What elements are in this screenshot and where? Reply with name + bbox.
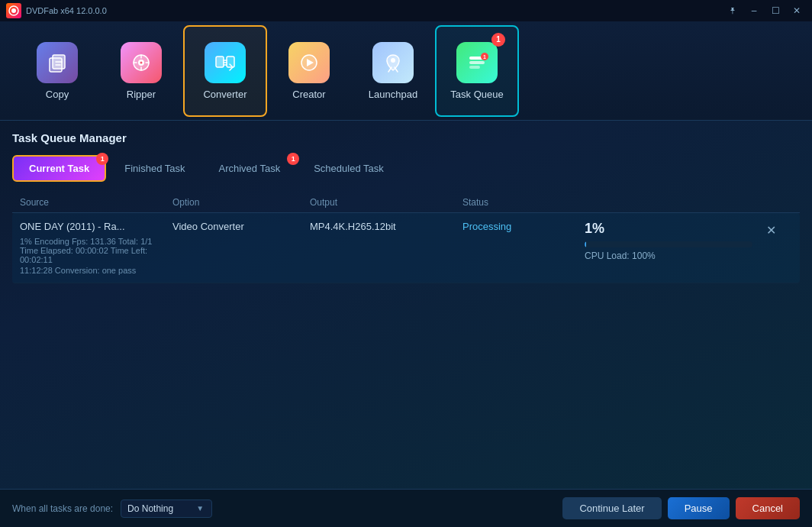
nav-item-ripper[interactable]: Ripper [99,25,183,117]
cell-source: ONE DAY (2011) - Ra... 1% Encoding Fps: … [20,221,172,275]
dropdown-arrow-icon: ▼ [196,504,204,512]
minimize-button[interactable]: – [745,4,763,18]
pin-button[interactable]: 🖈 [723,4,742,18]
cell-status: Processing [462,221,585,232]
nav-item-taskqueue[interactable]: 1 1 Task Queue [435,25,519,117]
nav-item-creator[interactable]: Creator [267,25,351,117]
continue-later-button[interactable]: Continue Later [562,497,661,519]
table-header: Source Option Output Status [12,192,800,213]
nav-label-copy: Copy [46,89,69,100]
progress-percent: 1% [585,221,604,237]
tab-archived-badge: 1 [287,153,299,165]
table-row: ONE DAY (2011) - Ra... 1% Encoding Fps: … [12,213,800,283]
cpu-load: CPU Load: 100% [585,251,656,261]
maximize-button[interactable]: ☐ [766,4,785,18]
svg-rect-7 [216,57,224,67]
col-source: Source [20,197,172,208]
svg-point-1 [11,8,16,13]
nav-label-converter: Converter [203,89,246,100]
app-logo [6,3,21,18]
row-right: 1% CPU Load: 100% [585,221,762,261]
nav-label-launchpad: Launchpad [369,89,417,100]
tab-finished[interactable]: Finished Task [109,157,200,180]
launchpad-icon [372,41,414,84]
svg-text:1: 1 [483,54,486,60]
tabs-container: Current Task 1 Finished Task Archived Ta… [12,155,800,182]
ripper-icon [120,41,163,84]
section-title: Task Queue Manager [12,131,800,144]
nav-item-launchpad[interactable]: Launchpad [351,25,435,117]
app-title: DVDFab x64 12.0.0.0 [26,6,107,15]
col-option: Option [172,197,310,208]
tab-current[interactable]: Current Task 1 [12,155,106,182]
nav-label-creator: Creator [292,89,325,100]
bottom-left: When all tasks are done: Do Nothing ▼ [12,500,212,518]
converter-icon [204,41,246,84]
svg-point-6 [140,62,143,64]
close-button[interactable]: ✕ [788,4,806,18]
title-bar: DVDFab x64 12.0.0.0 🖈 – ☐ ✕ [0,0,812,21]
copy-icon [36,41,79,84]
tab-archived[interactable]: Archived Task 1 [203,157,295,180]
svg-point-11 [391,58,395,63]
taskqueue-icon: 1 [456,41,498,84]
nav-label-ripper: Ripper [127,89,156,100]
progress-bar-fill [585,241,586,247]
col-status: Status [462,197,585,208]
col-output: Output [310,197,462,208]
title-bar-controls: 🖈 – ☐ ✕ [723,4,806,18]
close-task-button[interactable]: ✕ [762,221,780,239]
main-content: Task Queue Manager Current Task 1 Finish… [0,121,812,489]
nav-item-copy[interactable]: Copy [15,25,99,117]
title-bar-left: DVDFab x64 12.0.0.0 [6,3,107,18]
cancel-button[interactable]: Cancel [736,497,800,519]
tab-scheduled[interactable]: Scheduled Task [298,157,399,180]
tab-current-badge: 1 [96,153,108,165]
nav-bar: Copy Ripper [0,21,812,121]
when-done-dropdown[interactable]: Do Nothing ▼ [121,500,212,518]
cell-output: MP4.4K.H265.12bit [310,221,462,232]
cell-option: Video Converter [172,221,310,232]
pause-button[interactable]: Pause [668,497,730,519]
nav-item-converter[interactable]: Converter [183,25,267,117]
taskqueue-badge: 1 [491,33,505,47]
bottom-bar: When all tasks are done: Do Nothing ▼ Co… [0,489,812,527]
progress-bar-container [585,241,752,247]
svg-rect-14 [469,66,480,69]
nav-label-taskqueue: Task Queue [450,89,503,100]
task-detail1: 1% Encoding Fps: 131.36 Total: 1/1 Time … [20,232,172,275]
when-done-label: When all tasks are done: [12,503,113,514]
svg-rect-13 [469,61,485,64]
bottom-buttons: Continue Later Pause Cancel [562,497,800,519]
creator-icon [288,41,330,84]
